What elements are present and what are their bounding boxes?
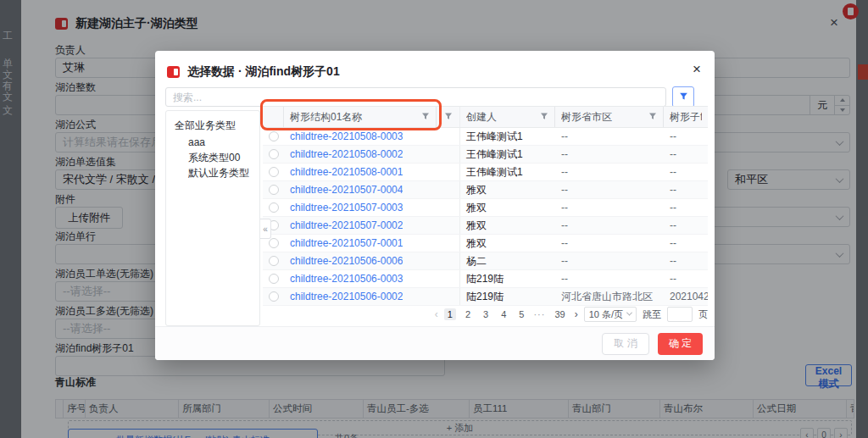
business-type-tree: 全部业务类型aaa系统类型00默认业务类型: [165, 110, 260, 326]
cell-name: childtree-20210506-0002: [284, 288, 437, 305]
tree-item-all-types[interactable]: 全部业务类型: [166, 119, 259, 136]
table-row: childtree-20210507-0001雅双----: [263, 235, 708, 252]
cell-creator: 雅双: [460, 181, 555, 198]
cell-find: --: [664, 252, 708, 269]
confirm-button[interactable]: 确 定: [658, 333, 703, 355]
radio-button[interactable]: [269, 238, 279, 248]
page-number-5[interactable]: 5: [515, 308, 527, 320]
record-link[interactable]: childtree-20210508-0001: [290, 166, 403, 178]
row-radio-cell: [263, 181, 284, 198]
cell-name: childtree-20210506-0006: [284, 252, 437, 269]
table-body: childtree-20210508-0003王伟峰测试1----childtr…: [263, 128, 708, 306]
cell-find: --: [664, 164, 708, 180]
cell-region: --: [555, 164, 664, 180]
search-input[interactable]: [165, 87, 666, 107]
funnel-icon: [421, 111, 430, 123]
filter-button[interactable]: [672, 86, 694, 108]
page-number-2[interactable]: 2: [462, 308, 474, 320]
row-radio-cell: [263, 146, 284, 163]
cell-name: childtree-20210507-0001: [284, 235, 437, 252]
data-table: 树形结构01名称创建人树形省市区树形子find大 childtree-20210…: [263, 106, 708, 306]
cell-name: childtree-20210507-0003: [284, 199, 437, 216]
funnel-icon: [540, 111, 548, 123]
cell-gap: [437, 181, 460, 198]
cell-find: --: [664, 217, 708, 234]
page-number-1[interactable]: 1: [444, 308, 456, 320]
column-header: 树形子find大: [664, 107, 708, 127]
radio-button[interactable]: [269, 202, 279, 213]
radio-button[interactable]: [269, 274, 279, 284]
cancel-button[interactable]: 取 消: [602, 333, 648, 355]
cell-creator: 王伟峰测试1: [460, 164, 555, 180]
collapse-tree-icon[interactable]: «: [260, 219, 271, 239]
record-link[interactable]: childtree-20210506-0002: [290, 291, 403, 302]
cell-name: childtree-20210508-0002: [284, 146, 437, 163]
header-radio-cell: [263, 107, 284, 127]
tree-item[interactable]: 系统类型00: [166, 152, 259, 167]
cell-creator: 王伟峰测试1: [460, 128, 555, 145]
cell-find: --: [664, 235, 708, 252]
record-link[interactable]: childtree-20210508-0003: [290, 130, 403, 142]
record-link[interactable]: childtree-20210507-0003: [290, 202, 403, 213]
table-row: childtree-20210507-0004雅双----: [263, 181, 708, 199]
page-number-3[interactable]: 3: [480, 308, 492, 320]
page-number-39[interactable]: 39: [551, 308, 568, 320]
cell-region: 河北省唐山市路北区: [555, 288, 664, 305]
column-header: [437, 107, 460, 127]
record-link[interactable]: childtree-20210507-0004: [290, 184, 403, 196]
table-row: childtree-20210506-0006杨二----: [263, 252, 708, 270]
next-page-icon[interactable]: ›: [575, 308, 578, 320]
column-label: 树形省市区: [561, 110, 648, 125]
row-radio-cell: [263, 270, 284, 287]
row-radio-cell: [263, 199, 284, 216]
cell-find: --: [664, 181, 708, 198]
record-icon: [167, 66, 180, 78]
cell-find: --: [664, 128, 708, 145]
record-link[interactable]: childtree-20210506-0006: [290, 255, 403, 267]
table-row: childtree-20210506-0002陆219陆河北省唐山市路北区202…: [263, 288, 708, 306]
radio-button[interactable]: [269, 256, 279, 266]
record-link[interactable]: childtree-20210506-0003: [290, 273, 403, 285]
jump-suffix: 页: [698, 308, 708, 321]
cell-find: --: [664, 270, 708, 287]
cell-find: 20210425-: [664, 288, 708, 305]
page-size-select[interactable]: 10 条/页: [584, 307, 637, 322]
table-header: 树形结构01名称创建人树形省市区树形子find大: [263, 106, 708, 128]
column-header: 创建人: [460, 107, 555, 127]
radio-button[interactable]: [269, 185, 279, 195]
radio-button[interactable]: [269, 167, 279, 177]
radio-button[interactable]: [269, 149, 279, 159]
ellipsis: ···: [533, 309, 545, 319]
table-row: childtree-20210507-0003雅双----: [263, 199, 708, 217]
cell-gap: [437, 128, 460, 145]
cell-region: --: [555, 181, 664, 198]
cell-creator: 雅双: [460, 217, 555, 234]
cell-gap: [437, 164, 460, 180]
jump-page-input[interactable]: [667, 307, 693, 322]
cell-region: --: [555, 217, 664, 234]
cell-region: --: [555, 128, 664, 145]
modal-title: 选择数据 · 湖泊find树形子01: [187, 64, 340, 80]
tree-item[interactable]: aaa: [166, 136, 259, 152]
prev-page-icon[interactable]: ‹: [435, 308, 438, 320]
column-label: 创建人: [466, 110, 540, 125]
cell-name: childtree-20210508-0001: [284, 164, 437, 180]
modal-close-icon[interactable]: ×: [693, 61, 701, 78]
radio-button[interactable]: [269, 131, 279, 141]
cell-gap: [437, 217, 460, 234]
row-radio-cell: [263, 252, 284, 269]
page-number-4[interactable]: 4: [498, 308, 509, 320]
cell-gap: [437, 199, 460, 216]
record-link[interactable]: childtree-20210507-0002: [290, 219, 403, 231]
jump-label: 跳至: [643, 308, 661, 321]
tree-item[interactable]: 默认业务类型: [166, 167, 259, 182]
cell-creator: 陆219陆: [460, 288, 555, 305]
cell-gap: [437, 270, 460, 287]
record-link[interactable]: childtree-20210507-0001: [290, 237, 403, 249]
cell-name: childtree-20210507-0002: [284, 217, 437, 234]
cell-region: --: [555, 270, 664, 287]
radio-button[interactable]: [269, 291, 279, 302]
cell-gap: [437, 288, 460, 305]
cell-gap: [437, 252, 460, 269]
record-link[interactable]: childtree-20210508-0002: [290, 148, 403, 160]
